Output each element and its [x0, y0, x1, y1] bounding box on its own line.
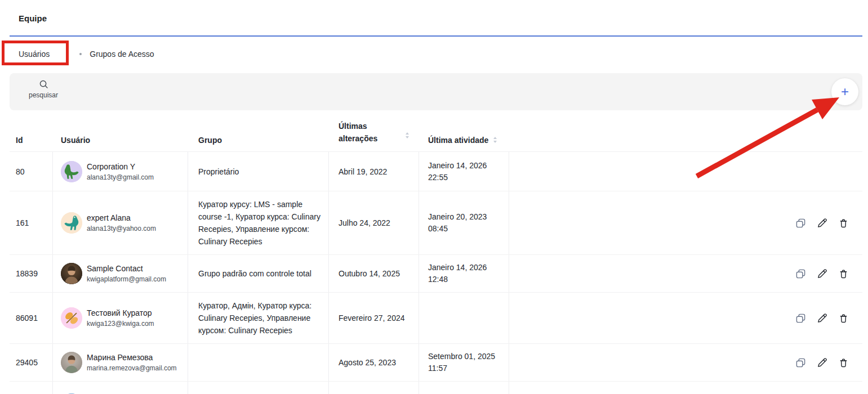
users-table: Id Usuário Grupo Últimas alterações Últi…	[10, 118, 862, 394]
cell-last-changes: Outubro 14, 2025	[329, 255, 419, 292]
search-icon	[38, 79, 49, 89]
tab-grupos-de-acesso[interactable]: Grupos de Acesso	[84, 42, 159, 65]
cell-last-changes: Fevereiro 27, 2024	[329, 293, 419, 343]
avatar	[61, 352, 82, 373]
row-actions	[509, 255, 862, 292]
search-input[interactable]: pesquisar	[26, 79, 60, 99]
row-actions	[509, 382, 862, 394]
delete-button[interactable]	[838, 268, 849, 279]
sort-icon[interactable]	[405, 132, 409, 139]
cell-last-activity	[419, 293, 509, 343]
duplicate-button[interactable]	[795, 218, 806, 229]
cell-last-changes: Fevereiro 28, 2024	[329, 382, 419, 394]
row-actions	[509, 344, 862, 381]
table-row: 161 expert Alana alana13ty@yahoo.com Кур…	[10, 191, 862, 255]
cell-user: Corporation Y alana13ty@gmail.com	[53, 152, 188, 191]
cell-id: 161	[10, 191, 53, 254]
cell-last-activity: Setembro 01, 2025 11:57	[419, 344, 509, 381]
team-page: Equipe Usuários Grupos de Acesso pesquis…	[0, 0, 868, 394]
cell-id: 98763	[10, 382, 53, 394]
cell-user: expert Alana alana13ty@yahoo.com	[53, 191, 188, 254]
cell-id: 18839	[10, 255, 53, 292]
avatar	[61, 263, 82, 284]
cell-id: 80	[10, 152, 53, 191]
edit-button[interactable]	[817, 268, 827, 279]
user-name: Sample Contact	[87, 264, 166, 273]
user-email: alana13ty@gmail.com	[87, 173, 154, 181]
plus-icon: +	[841, 85, 849, 98]
tab-usuarios[interactable]: Usuários	[10, 42, 59, 65]
cell-last-changes: Abril 19, 2022	[329, 152, 419, 191]
delete-button[interactable]	[838, 357, 849, 368]
row-actions	[509, 191, 862, 254]
cell-group: Grupo padrão com controle total	[188, 255, 329, 292]
page-title: Equipe	[19, 14, 47, 23]
cell-last-activity: Dezembro 12, 2025	[419, 382, 509, 394]
column-header-grupo: Grupo	[188, 136, 329, 151]
edit-button[interactable]	[817, 357, 827, 368]
cell-last-activity: Janeiro 14, 2026 12:48	[419, 255, 509, 292]
duplicate-button[interactable]	[795, 313, 806, 324]
cell-id: 29405	[10, 344, 53, 381]
cell-last-activity: Janeiro 20, 2023 08:45	[419, 191, 509, 254]
user-email: kwiga123@kwiga.com	[87, 320, 154, 328]
cell-group	[188, 344, 329, 381]
table-row: 86091 Тестовий Куратор kwiga123@kwiga.co…	[10, 293, 862, 344]
table-row: 29405 Марина Ремезова marina.remezova@gm…	[10, 344, 862, 382]
column-header-actions	[509, 145, 862, 151]
cell-id: 86091	[10, 293, 53, 343]
row-actions	[509, 293, 862, 343]
user-name: Тестовий Куратор	[87, 308, 154, 317]
add-user-button[interactable]: +	[831, 78, 858, 105]
column-header-ultimas-alteracoes: Últimas alterações	[329, 120, 419, 151]
tab-grupos-label: Grupos de Acesso	[90, 50, 154, 59]
avatar	[61, 307, 82, 329]
user-name: Corporation Y	[87, 162, 154, 171]
edit-button[interactable]	[817, 313, 827, 324]
user-name: Марина Ремезова	[87, 353, 177, 362]
table-body: 80 Corporation Y alana13ty@gmail.com Pro…	[10, 152, 862, 394]
search-bar: pesquisar	[10, 73, 862, 110]
column-header-usuario: Usuário	[53, 136, 188, 151]
avatar	[61, 161, 82, 182]
cell-user: Sample Contact kwigaplatform@gmail.com	[53, 255, 188, 292]
cell-group: Куратор курсу: LMS - sample course -1, К…	[188, 191, 329, 254]
table-row: 98763 #98563 Fevereiro 28, 2024 Dezembro…	[10, 382, 862, 394]
duplicate-button[interactable]	[795, 357, 806, 368]
search-label: pesquisar	[29, 91, 58, 99]
avatar	[61, 212, 82, 234]
cell-user: Тестовий Куратор kwiga123@kwiga.com	[53, 293, 188, 343]
tab-usuarios-label: Usuários	[19, 50, 50, 59]
cell-group: Proprietário	[188, 152, 329, 191]
user-email: alana13ty@yahoo.com	[87, 225, 156, 232]
cell-last-changes: Agosto 25, 2023	[329, 344, 419, 381]
delete-button[interactable]	[838, 313, 849, 324]
cell-user: Марина Ремезова marina.remezova@gmail.co…	[53, 344, 188, 381]
user-email: kwigaplatform@gmail.com	[87, 275, 166, 283]
table-row: 80 Corporation Y alana13ty@gmail.com Pro…	[10, 152, 862, 191]
title-divider	[10, 35, 862, 37]
edit-button[interactable]	[817, 218, 827, 229]
cell-user: #98563	[53, 382, 188, 394]
cell-group: Куратор, Адмін, Куратор курса: Culinary …	[188, 293, 329, 343]
delete-button[interactable]	[838, 218, 849, 229]
table-header-row: Id Usuário Grupo Últimas alterações Últi…	[10, 118, 862, 152]
column-header-ultima-atividade: Última atividade	[419, 136, 509, 151]
user-email: marina.remezova@gmail.com	[87, 364, 177, 372]
tab-separator-dot	[79, 53, 82, 55]
duplicate-button[interactable]	[795, 268, 806, 279]
user-name: expert Alana	[87, 213, 156, 222]
table-row: 18839 Sample Contact kwigaplatform@gmail…	[10, 255, 862, 293]
cell-last-changes: Julho 24, 2022	[329, 191, 419, 254]
cell-last-activity: Janeiro 14, 2026 22:55	[419, 152, 509, 191]
cell-group	[188, 382, 329, 394]
tab-bar: Usuários Grupos de Acesso	[10, 42, 160, 65]
column-header-id: Id	[10, 136, 53, 151]
sort-icon[interactable]	[493, 136, 497, 144]
